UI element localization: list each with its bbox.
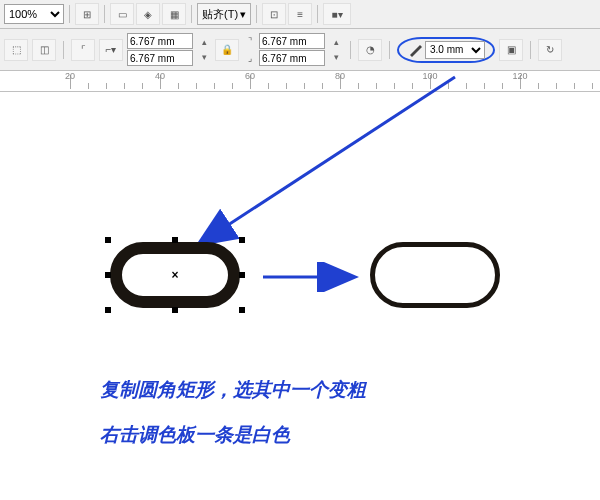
ruler-tick-minor bbox=[484, 83, 485, 89]
selection-handle[interactable] bbox=[172, 237, 178, 243]
spinner-right: ▴ ▾ bbox=[329, 35, 343, 64]
front-icon[interactable]: ▣ bbox=[499, 39, 523, 61]
ruler-tick-minor bbox=[502, 83, 503, 89]
snap-label: 贴齐(T) bbox=[202, 7, 238, 22]
ruler-horizontal: 20406080100120 bbox=[0, 71, 600, 92]
toolbar-top: 100% ⊞ ▭ ◈ ▦ 贴齐(T) ▾ ⊡ ≡ ■▾ bbox=[0, 0, 600, 29]
outline-width-select[interactable]: 3.0 mm bbox=[425, 41, 485, 59]
preview-icon[interactable]: ◈ bbox=[136, 3, 160, 25]
ruler-tick-minor bbox=[214, 83, 215, 89]
corner-tr-x[interactable] bbox=[259, 33, 325, 49]
ruler-tick-minor bbox=[232, 83, 233, 89]
selection-handle[interactable] bbox=[105, 272, 111, 278]
spin-down-icon[interactable]: ▾ bbox=[197, 50, 211, 64]
instruction-line-2: 右击调色板一条是白色 bbox=[100, 422, 290, 448]
fill-icon[interactable]: ■▾ bbox=[323, 3, 351, 25]
spinner-left: ▴ ▾ bbox=[197, 35, 211, 64]
dropdown-icon: ▾ bbox=[240, 8, 246, 21]
ruler-tick-minor bbox=[196, 83, 197, 89]
lock-corners-icon[interactable]: 🔒 bbox=[215, 39, 239, 61]
selection-handle[interactable] bbox=[239, 272, 245, 278]
ruler-label: 60 bbox=[245, 71, 255, 81]
canvas[interactable]: × 复制圆角矩形，选其中一个变粗 右击调色板一条是白色 bbox=[0, 92, 600, 500]
fit-page-icon[interactable]: ▭ bbox=[110, 3, 134, 25]
combine-icon[interactable]: ◫ bbox=[32, 39, 56, 61]
selection-handle[interactable] bbox=[105, 237, 111, 243]
ruler-tick-minor bbox=[178, 83, 179, 89]
separator bbox=[256, 5, 257, 23]
selection-handle[interactable] bbox=[239, 307, 245, 313]
ruler-tick-minor bbox=[268, 83, 269, 89]
ruler-tick-minor bbox=[538, 83, 539, 89]
corner-br-icon: ⌟ bbox=[243, 51, 257, 65]
snap-button[interactable]: 贴齐(T) ▾ bbox=[197, 3, 251, 25]
scallop-icon[interactable]: ◔ bbox=[358, 39, 382, 61]
selected-rounded-rect[interactable]: × bbox=[110, 242, 240, 308]
corner-tl-x[interactable] bbox=[127, 33, 193, 49]
corner-tl-icon[interactable]: ⌜ bbox=[71, 39, 95, 61]
ruler-tick-minor bbox=[358, 83, 359, 89]
ruler-tick-minor bbox=[394, 83, 395, 89]
ruler-tick-minor bbox=[124, 83, 125, 89]
corner-br-x[interactable] bbox=[259, 50, 325, 66]
zoom-select[interactable]: 100% bbox=[4, 4, 64, 24]
outline-width-group: 3.0 mm bbox=[397, 37, 495, 63]
separator bbox=[63, 41, 64, 59]
convert-curves-icon[interactable]: ↻ bbox=[538, 39, 562, 61]
toolbar-properties: ⬚ ◫ ⌜ ⌐▾ ▴ ▾ 🔒 ⌝ ⌟ ▴ ▾ ◔ 3.0 mm ▣ ↻ bbox=[0, 29, 600, 71]
ruler-tick-minor bbox=[592, 83, 593, 89]
ruler-label: 20 bbox=[65, 71, 75, 81]
ruler-tick-minor bbox=[322, 83, 323, 89]
separator bbox=[69, 5, 70, 23]
pen-icon bbox=[407, 42, 423, 58]
ruler-tick-minor bbox=[286, 83, 287, 89]
corner-right-dims: ⌝ ⌟ bbox=[243, 33, 325, 66]
ruler-tick-minor bbox=[466, 83, 467, 89]
selection-handle[interactable] bbox=[239, 237, 245, 243]
center-marker: × bbox=[171, 268, 178, 282]
spin-up-icon[interactable]: ▴ bbox=[329, 35, 343, 49]
ruler-tick-minor bbox=[376, 83, 377, 89]
ruler-tick-minor bbox=[556, 83, 557, 89]
wireframe-icon[interactable]: ▦ bbox=[162, 3, 186, 25]
corner-tr-icon: ⌝ bbox=[243, 34, 257, 48]
rounded-rect-copy[interactable] bbox=[370, 242, 500, 308]
ruler-label: 40 bbox=[155, 71, 165, 81]
ruler-tick-minor bbox=[106, 83, 107, 89]
spin-down-icon[interactable]: ▾ bbox=[329, 50, 343, 64]
separator bbox=[530, 41, 531, 59]
ruler-tick-minor bbox=[412, 83, 413, 89]
ungroup-icon[interactable]: ⬚ bbox=[4, 39, 28, 61]
ruler-label: 100 bbox=[422, 71, 437, 81]
ruler-tick-minor bbox=[304, 83, 305, 89]
ruler-tick-minor bbox=[448, 83, 449, 89]
svg-line-0 bbox=[225, 77, 455, 227]
selection-handle[interactable] bbox=[105, 307, 111, 313]
annotation-arrow-2 bbox=[258, 262, 368, 292]
corner-bl-x[interactable] bbox=[127, 50, 193, 66]
ruler-label: 120 bbox=[512, 71, 527, 81]
separator bbox=[317, 5, 318, 23]
options-icon[interactable]: ⊡ bbox=[262, 3, 286, 25]
separator bbox=[350, 41, 351, 59]
zoom-tool-icon[interactable]: ⊞ bbox=[75, 3, 99, 25]
spin-up-icon[interactable]: ▴ bbox=[197, 35, 211, 49]
ruler-tick-minor bbox=[88, 83, 89, 89]
corner-type-icon[interactable]: ⌐▾ bbox=[99, 39, 123, 61]
selection-handle[interactable] bbox=[172, 307, 178, 313]
ruler-tick-minor bbox=[574, 83, 575, 89]
list-icon[interactable]: ≡ bbox=[288, 3, 312, 25]
instruction-line-1: 复制圆角矩形，选其中一个变粗 bbox=[100, 377, 366, 403]
separator bbox=[191, 5, 192, 23]
separator bbox=[389, 41, 390, 59]
corner-left-dims bbox=[127, 33, 193, 66]
ruler-tick-minor bbox=[142, 83, 143, 89]
ruler-label: 80 bbox=[335, 71, 345, 81]
separator bbox=[104, 5, 105, 23]
